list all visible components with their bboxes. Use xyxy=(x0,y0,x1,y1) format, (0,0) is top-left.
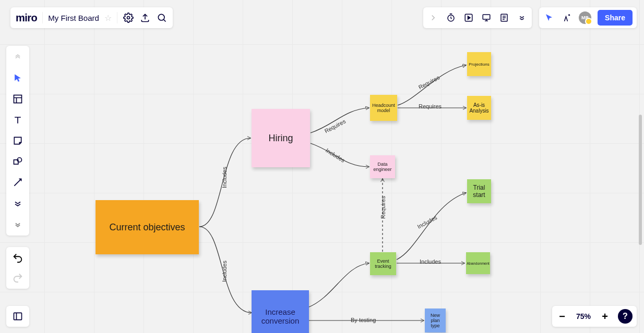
export-icon[interactable] xyxy=(139,12,151,23)
template-tool-icon[interactable] xyxy=(10,92,25,106)
edge-label-requires-1: Requires xyxy=(324,118,347,134)
expand-icon[interactable] xyxy=(10,217,25,231)
node-hiring[interactable]: Hiring xyxy=(252,109,310,167)
edge-label-requires-4: Requires xyxy=(380,196,386,219)
text-tool-icon[interactable] xyxy=(10,113,25,127)
divider xyxy=(42,12,43,23)
board-title[interactable]: My First Board xyxy=(48,14,99,22)
edge-label-bytesting: By testing xyxy=(351,317,376,323)
zoom-in-button[interactable]: + xyxy=(599,311,611,322)
zoom-bar: − 75% + ? xyxy=(552,306,637,327)
edge-label-includes-4: Includes xyxy=(416,214,438,230)
divider xyxy=(117,12,117,23)
chevron-right-icon[interactable] xyxy=(427,12,439,23)
node-abandonment[interactable]: Abandonment xyxy=(466,252,490,274)
avatar[interactable]: MB xyxy=(579,11,591,24)
canvas[interactable]: Current objectives Hiring Increase conve… xyxy=(0,0,644,333)
edges-layer xyxy=(0,0,644,333)
cursor-icon[interactable] xyxy=(543,12,555,23)
app-logo[interactable]: miro xyxy=(16,12,37,24)
zoom-level[interactable]: 75% xyxy=(573,312,594,320)
timer-icon[interactable] xyxy=(445,12,457,23)
edge-label-requires-3: Requires xyxy=(419,103,442,109)
select-tool-icon[interactable] xyxy=(10,71,25,85)
edge-label-includes-1: Includes xyxy=(221,167,228,188)
edge-label-includes-3: Includes xyxy=(325,147,346,164)
more-icon[interactable] xyxy=(516,12,528,23)
node-projections[interactable]: Projections xyxy=(467,52,491,76)
edge-label-includes-2: Includes xyxy=(221,261,228,282)
line-tool-icon[interactable] xyxy=(10,175,25,190)
zoom-out-button[interactable]: − xyxy=(556,311,568,322)
topbar-right: MB Share xyxy=(423,7,637,28)
svg-point-1 xyxy=(158,14,164,20)
star-icon[interactable]: ☆ xyxy=(104,13,112,23)
notes-icon[interactable] xyxy=(498,12,510,23)
topbar-left: miro My First Board ☆ xyxy=(10,7,173,28)
node-new-plan-type[interactable]: New plan type xyxy=(425,309,446,332)
more-tools-icon[interactable] xyxy=(10,196,25,211)
node-headcount-model[interactable]: Headcount model xyxy=(370,95,397,121)
edge-label-includes-5: Includes xyxy=(420,258,441,265)
undo-panel xyxy=(6,247,29,289)
node-asis-analysis[interactable]: As-is Analysis xyxy=(467,96,491,120)
undo-icon[interactable] xyxy=(12,252,23,264)
panel-collab: MB Share xyxy=(539,7,637,28)
frame-play-icon[interactable] xyxy=(463,12,474,23)
settings-icon[interactable] xyxy=(123,12,134,23)
help-icon[interactable]: ? xyxy=(618,309,633,324)
collapse-icon[interactable] xyxy=(10,50,25,65)
sticky-tool-icon[interactable] xyxy=(10,133,25,148)
search-icon[interactable] xyxy=(156,12,168,23)
reactions-icon[interactable] xyxy=(561,12,573,23)
panel-views xyxy=(423,7,532,28)
redo-icon[interactable] xyxy=(12,272,23,283)
svg-point-0 xyxy=(127,17,129,19)
shape-tool-icon[interactable] xyxy=(10,154,25,169)
frames-panel-icon[interactable] xyxy=(6,306,29,327)
edge-label-requires-2: Requires xyxy=(418,74,441,90)
node-data-engineer[interactable]: Data engineer xyxy=(370,155,395,178)
node-event-tracking[interactable]: Event tracking xyxy=(370,252,396,275)
scroll-thumb[interactable] xyxy=(639,115,642,245)
svg-rect-9 xyxy=(14,313,22,319)
share-button[interactable]: Share xyxy=(598,10,633,26)
node-current-objectives[interactable]: Current objectives xyxy=(96,200,199,254)
toolbar xyxy=(6,46,29,236)
svg-rect-4 xyxy=(483,15,490,19)
node-increase-conversion[interactable]: Increase conversion xyxy=(252,290,309,333)
vertical-scrollbar[interactable] xyxy=(639,36,642,328)
svg-rect-6 xyxy=(14,95,22,103)
node-trial-start[interactable]: Trial start xyxy=(467,179,491,203)
presentation-icon[interactable] xyxy=(481,12,492,23)
